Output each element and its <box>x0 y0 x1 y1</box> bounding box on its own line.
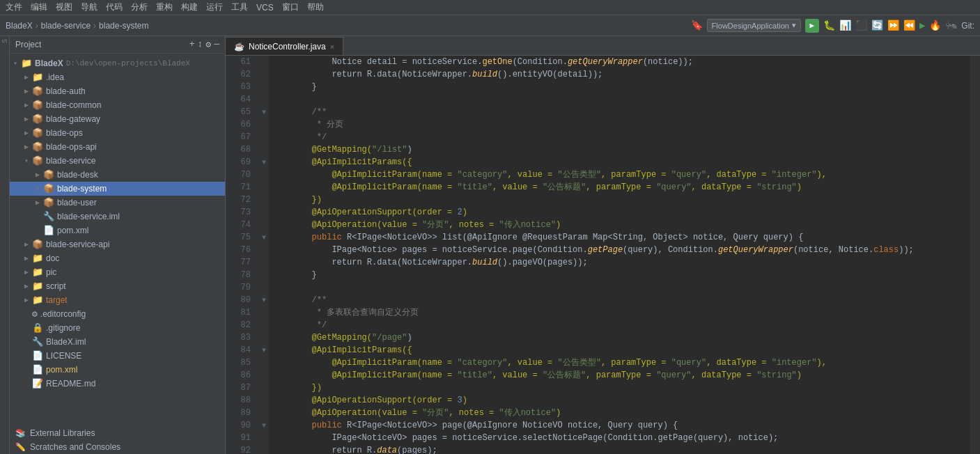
tree-item-target[interactable]: ▶ 📁 target <box>10 293 225 307</box>
tree-item-gitignore[interactable]: 🔒 .gitignore <box>10 321 225 335</box>
menu-item-analyze[interactable]: 分析 <box>131 1 148 13</box>
tree-item-editorconfig[interactable]: ⚙ .editorconfig <box>10 307 225 321</box>
tree-item-blade-common[interactable]: ▶ 📦 blade-common <box>10 98 225 112</box>
tree-item-blade-auth[interactable]: ▶ 📦 blade-auth <box>10 84 225 98</box>
line-num-61: 61 <box>231 56 254 68</box>
module-icon-blade-gateway: 📦 <box>32 114 43 125</box>
line-num-81: 81 <box>231 306 254 319</box>
tree-arrow-blade-ops-api: ▶ <box>21 143 32 151</box>
tree-arrow-blade-system: ▾ <box>32 185 43 193</box>
line-num-67: 67 <box>231 131 254 143</box>
run-button[interactable]: ▶ <box>805 19 819 33</box>
forward-icon[interactable]: ⏩ <box>887 19 899 31</box>
scratches-item[interactable]: ✏️ Scratches and Consoles <box>10 440 225 454</box>
toolbar-right: 🔖 FlowDesignApplication ▾ ▶ 🐛 📊 ⬛ 🔄 ⏩ ⏪ … <box>691 19 974 33</box>
right-gutter <box>970 56 980 454</box>
tree-item-pic[interactable]: ▶ 📁 pic <box>10 265 225 279</box>
line-num-85: 85 <box>231 357 254 369</box>
tree-item-blade-ops-api[interactable]: ▶ 📦 blade-ops-api <box>10 140 225 154</box>
breadcrumb-bladex[interactable]: BladeX <box>6 21 33 31</box>
menu-item-file[interactable]: 文件 <box>6 1 22 13</box>
line-num-92: 92 <box>231 444 254 454</box>
line-num-73: 73 <box>231 206 254 219</box>
module-icon-blade-ops-api: 📦 <box>32 141 43 152</box>
tree-item-script[interactable]: ▶ 📁 script <box>10 279 225 293</box>
menu-item-tools[interactable]: 工具 <box>231 1 248 13</box>
flame-icon[interactable]: 🔥 <box>929 19 941 31</box>
tree-item-blade-system[interactable]: ▾ 📦 blade-system <box>10 182 225 196</box>
structure-tab[interactable]: S <box>0 36 9 46</box>
file-icon-bladex-iml: 🔧 <box>32 336 43 347</box>
coverage-icon[interactable]: 📊 <box>839 19 851 31</box>
tree-item-blade-user[interactable]: ▶ 📦 blade-user <box>10 196 225 210</box>
tree-item-blade-service[interactable]: ▾ 📦 blade-service <box>10 154 225 168</box>
tree-item-blade-desk[interactable]: ▶ 📦 blade-desk <box>10 168 225 182</box>
tree-item-pom-xml-1[interactable]: 📄 pom.xml <box>10 224 225 237</box>
tree-root[interactable]: ▾ 📁 BladeX D:\dev\open-projects\BladeX <box>10 56 225 70</box>
tab-icon-java: ☕ <box>234 42 244 52</box>
scratches-icon: ✏️ <box>15 442 26 452</box>
run2-icon[interactable]: ▶ <box>919 19 925 31</box>
settings-icon[interactable]: ⚙ <box>205 39 211 50</box>
module-icon-blade-ops: 📦 <box>32 127 43 139</box>
tree-item-idea[interactable]: ▶ 📁 .idea <box>10 70 225 84</box>
ant-icon[interactable]: 🐜 <box>945 19 957 31</box>
code-line-61: Notice detail = noticeService.getOne(Con… <box>269 56 970 68</box>
line-num-84: 84 <box>231 344 254 357</box>
project-icon: 📁 <box>21 58 32 69</box>
breadcrumb-blade-system[interactable]: blade-system <box>99 21 148 31</box>
tree-arrow-blade-ops: ▶ <box>21 129 32 137</box>
menu-item-view[interactable]: 视图 <box>56 1 72 13</box>
add-icon[interactable]: + <box>189 39 195 50</box>
tree-arrow-doc: ▶ <box>21 254 32 263</box>
menu-item-vcs[interactable]: VCS <box>256 3 274 13</box>
code-content[interactable]: Notice detail = noticeService.getOne(Con… <box>269 56 970 454</box>
tree-item-readme[interactable]: 📝 README.md <box>10 377 225 391</box>
menu-item-refactor[interactable]: 重构 <box>156 1 173 13</box>
breadcrumb-blade-service[interactable]: blade-service <box>41 21 91 31</box>
code-line-85: @ApiImplicitParam(name = "category", val… <box>269 357 970 369</box>
menu-bar: 文件 编辑 视图 导航 代码 分析 重构 构建 运行 工具 VCS 窗口 帮助 <box>0 0 980 15</box>
tree-item-blade-service-iml[interactable]: 🔧 blade-service.iml <box>10 210 225 224</box>
tree-item-pom-xml-2[interactable]: 📄 pom.xml <box>10 363 225 377</box>
menu-item-build[interactable]: 构建 <box>181 1 198 13</box>
menu-item-help[interactable]: 帮助 <box>307 1 324 13</box>
menu-item-edit[interactable]: 编辑 <box>31 1 47 13</box>
tree-label-blade-common: blade-common <box>46 100 101 110</box>
line-num-64: 64 <box>231 93 254 106</box>
tree-label-blade-service-api: blade-service-api <box>46 240 109 249</box>
tree-label-blade-ops: blade-ops <box>46 128 83 138</box>
tree-arrow-blade-gateway: ▶ <box>21 115 32 123</box>
module-icon-blade-service-api: 📦 <box>32 239 43 250</box>
tree-arrow-root: ▾ <box>10 59 21 68</box>
external-libraries-item[interactable]: 📚 External Libraries <box>10 426 225 440</box>
menu-item-code[interactable]: 代码 <box>106 1 123 13</box>
line-num-90: 90 <box>231 419 254 432</box>
line-num-74: 74 <box>231 219 254 231</box>
app-selector[interactable]: FlowDesignApplication ▾ <box>707 19 801 32</box>
tab-close-button[interactable]: × <box>330 42 334 51</box>
menu-item-window[interactable]: 窗口 <box>282 1 299 13</box>
tree-item-blade-gateway[interactable]: ▶ 📦 blade-gateway <box>10 112 225 126</box>
tree-arrow-target: ▶ <box>21 296 32 304</box>
tree-item-blade-service-api[interactable]: ▶ 📦 blade-service-api <box>10 237 225 251</box>
debug-icon[interactable]: 🐛 <box>823 19 835 31</box>
back-icon[interactable]: ⏪ <box>903 19 915 31</box>
code-line-65: /** <box>269 106 970 118</box>
stop-icon[interactable]: ⬛ <box>855 19 867 31</box>
tree-arrow-blade-user: ▶ <box>32 198 43 207</box>
expand-icon[interactable]: ↕ <box>198 39 203 50</box>
tab-notice-controller[interactable]: ☕ NoticeController.java × <box>226 37 343 55</box>
line-num-88: 88 <box>231 394 254 407</box>
reload-icon[interactable]: 🔄 <box>871 19 883 31</box>
code-line-82: */ <box>269 319 970 331</box>
menu-item-navigate[interactable]: 导航 <box>81 1 98 13</box>
tree-item-blade-ops[interactable]: ▶ 📦 blade-ops <box>10 126 225 140</box>
tree-item-doc[interactable]: ▶ 📁 doc <box>10 251 225 265</box>
menu-item-run[interactable]: 运行 <box>206 1 223 13</box>
scratches-label: Scratches and Consoles <box>30 442 120 452</box>
bookmark-icon[interactable]: 🔖 <box>691 19 703 31</box>
tree-item-license[interactable]: 📄 LICENSE <box>10 349 225 363</box>
tree-item-bladex-iml[interactable]: 🔧 BladeX.iml <box>10 335 225 349</box>
minimize-icon[interactable]: — <box>214 39 219 50</box>
